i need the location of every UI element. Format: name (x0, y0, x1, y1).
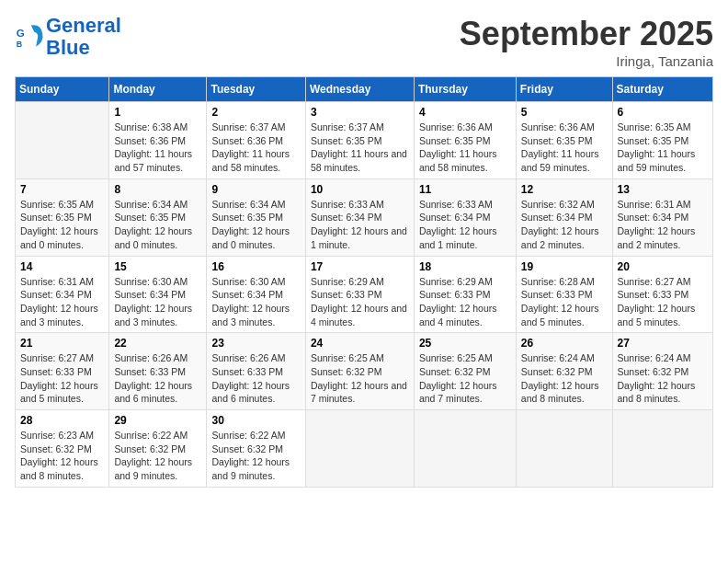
calendar-cell: 16Sunrise: 6:30 AMSunset: 6:34 PMDayligh… (207, 256, 305, 333)
calendar-cell (305, 410, 414, 488)
calendar-cell: 15Sunrise: 6:30 AMSunset: 6:34 PMDayligh… (109, 256, 207, 333)
svg-text:B: B (17, 40, 22, 49)
calendar-cell: 5Sunrise: 6:36 AMSunset: 6:35 PMDaylight… (516, 102, 612, 179)
day-info: Sunrise: 6:24 AMSunset: 6:32 PMDaylight:… (618, 351, 709, 406)
day-header-wednesday: Wednesday (305, 77, 414, 102)
day-number: 13 (618, 183, 709, 196)
day-info: Sunrise: 6:32 AMSunset: 6:34 PMDaylight:… (521, 198, 608, 252)
day-info: Sunrise: 6:34 AMSunset: 6:35 PMDaylight:… (114, 198, 201, 252)
calendar-cell (516, 410, 612, 488)
day-number: 18 (419, 260, 511, 273)
calendar-cell: 19Sunrise: 6:28 AMSunset: 6:33 PMDayligh… (516, 256, 612, 333)
day-number: 2 (211, 106, 300, 119)
calendar-table: SundayMondayTuesdayWednesdayThursdayFrid… (15, 76, 713, 488)
day-info: Sunrise: 6:35 AMSunset: 6:35 PMDaylight:… (618, 121, 709, 175)
day-number: 8 (114, 183, 201, 196)
day-number: 24 (311, 337, 409, 350)
calendar-cell: 24Sunrise: 6:25 AMSunset: 6:32 PMDayligh… (305, 333, 414, 410)
page-header: G B GeneralBlue September 2025 Iringa, T… (15, 15, 713, 69)
day-info: Sunrise: 6:22 AMSunset: 6:32 PMDaylight:… (211, 429, 300, 483)
day-number: 23 (211, 337, 300, 350)
week-row-3: 14Sunrise: 6:31 AMSunset: 6:34 PMDayligh… (16, 256, 713, 333)
logo-icon: G B (15, 22, 44, 52)
day-number: 25 (419, 337, 511, 350)
day-info: Sunrise: 6:25 AMSunset: 6:32 PMDaylight:… (311, 351, 409, 406)
calendar-cell: 2Sunrise: 6:37 AMSunset: 6:36 PMDaylight… (207, 102, 305, 179)
calendar-cell: 1Sunrise: 6:38 AMSunset: 6:36 PMDaylight… (109, 102, 207, 179)
calendar-cell: 21Sunrise: 6:27 AMSunset: 6:33 PMDayligh… (16, 333, 109, 410)
header-row: SundayMondayTuesdayWednesdayThursdayFrid… (16, 77, 713, 102)
calendar-cell (612, 410, 713, 488)
week-row-4: 21Sunrise: 6:27 AMSunset: 6:33 PMDayligh… (16, 333, 713, 410)
day-info: Sunrise: 6:23 AMSunset: 6:32 PMDaylight:… (20, 429, 104, 483)
calendar-cell: 29Sunrise: 6:22 AMSunset: 6:32 PMDayligh… (109, 410, 207, 488)
week-row-2: 7Sunrise: 6:35 AMSunset: 6:35 PMDaylight… (16, 178, 713, 256)
calendar-cell: 17Sunrise: 6:29 AMSunset: 6:33 PMDayligh… (305, 256, 414, 333)
day-info: Sunrise: 6:26 AMSunset: 6:33 PMDaylight:… (114, 351, 201, 406)
calendar-cell: 30Sunrise: 6:22 AMSunset: 6:32 PMDayligh… (207, 410, 305, 488)
day-info: Sunrise: 6:31 AMSunset: 6:34 PMDaylight:… (20, 275, 104, 329)
day-info: Sunrise: 6:25 AMSunset: 6:32 PMDaylight:… (419, 351, 511, 406)
day-number: 29 (114, 414, 201, 427)
day-info: Sunrise: 6:22 AMSunset: 6:32 PMDaylight:… (114, 429, 201, 483)
calendar-cell (414, 410, 516, 488)
day-number: 4 (419, 106, 511, 119)
month-title: September 2025 (460, 15, 713, 53)
location-subtitle: Iringa, Tanzania (460, 53, 713, 69)
day-header-friday: Friday (516, 77, 612, 102)
day-number: 12 (521, 183, 608, 196)
calendar-cell: 26Sunrise: 6:24 AMSunset: 6:32 PMDayligh… (516, 333, 612, 410)
day-info: Sunrise: 6:30 AMSunset: 6:34 PMDaylight:… (211, 275, 300, 329)
day-number: 28 (20, 414, 104, 427)
day-info: Sunrise: 6:24 AMSunset: 6:32 PMDaylight:… (521, 351, 608, 406)
day-info: Sunrise: 6:36 AMSunset: 6:35 PMDaylight:… (521, 121, 608, 175)
day-info: Sunrise: 6:30 AMSunset: 6:34 PMDaylight:… (114, 275, 201, 329)
day-info: Sunrise: 6:31 AMSunset: 6:34 PMDaylight:… (618, 198, 709, 252)
day-info: Sunrise: 6:36 AMSunset: 6:35 PMDaylight:… (419, 121, 511, 175)
calendar-cell: 10Sunrise: 6:33 AMSunset: 6:34 PMDayligh… (305, 178, 414, 256)
day-number: 3 (311, 106, 409, 119)
day-number: 27 (618, 337, 709, 350)
day-header-thursday: Thursday (414, 77, 516, 102)
calendar-cell: 13Sunrise: 6:31 AMSunset: 6:34 PMDayligh… (612, 178, 713, 256)
day-number: 7 (20, 183, 104, 196)
svg-text:G: G (17, 28, 25, 39)
calendar-cell: 3Sunrise: 6:37 AMSunset: 6:35 PMDaylight… (305, 102, 414, 179)
day-number: 15 (114, 260, 201, 273)
day-info: Sunrise: 6:29 AMSunset: 6:33 PMDaylight:… (311, 275, 409, 329)
calendar-cell: 14Sunrise: 6:31 AMSunset: 6:34 PMDayligh… (16, 256, 109, 333)
day-number: 19 (521, 260, 608, 273)
calendar-cell: 8Sunrise: 6:34 AMSunset: 6:35 PMDaylight… (109, 178, 207, 256)
day-number: 5 (521, 106, 608, 119)
calendar-cell: 25Sunrise: 6:25 AMSunset: 6:32 PMDayligh… (414, 333, 516, 410)
week-row-1: 1Sunrise: 6:38 AMSunset: 6:36 PMDaylight… (16, 102, 713, 179)
title-block: September 2025 Iringa, Tanzania (460, 15, 713, 69)
day-number: 17 (311, 260, 409, 273)
day-header-saturday: Saturday (612, 77, 713, 102)
calendar-cell: 12Sunrise: 6:32 AMSunset: 6:34 PMDayligh… (516, 178, 612, 256)
calendar-cell: 23Sunrise: 6:26 AMSunset: 6:33 PMDayligh… (207, 333, 305, 410)
calendar-cell: 18Sunrise: 6:29 AMSunset: 6:33 PMDayligh… (414, 256, 516, 333)
day-number: 26 (521, 337, 608, 350)
calendar-cell: 27Sunrise: 6:24 AMSunset: 6:32 PMDayligh… (612, 333, 713, 410)
day-info: Sunrise: 6:27 AMSunset: 6:33 PMDaylight:… (20, 351, 104, 406)
calendar-cell: 4Sunrise: 6:36 AMSunset: 6:35 PMDaylight… (414, 102, 516, 179)
day-number: 20 (618, 260, 709, 273)
day-info: Sunrise: 6:38 AMSunset: 6:36 PMDaylight:… (114, 121, 201, 175)
calendar-cell: 22Sunrise: 6:26 AMSunset: 6:33 PMDayligh… (109, 333, 207, 410)
day-number: 10 (311, 183, 409, 196)
day-info: Sunrise: 6:33 AMSunset: 6:34 PMDaylight:… (419, 198, 511, 252)
day-number: 6 (618, 106, 709, 119)
logo: G B GeneralBlue (15, 15, 121, 59)
day-info: Sunrise: 6:28 AMSunset: 6:33 PMDaylight:… (521, 275, 608, 329)
logo-text: GeneralBlue (46, 15, 121, 59)
day-number: 22 (114, 337, 201, 350)
day-number: 16 (211, 260, 300, 273)
day-info: Sunrise: 6:37 AMSunset: 6:35 PMDaylight:… (311, 121, 409, 175)
calendar-cell: 20Sunrise: 6:27 AMSunset: 6:33 PMDayligh… (612, 256, 713, 333)
calendar-cell: 7Sunrise: 6:35 AMSunset: 6:35 PMDaylight… (16, 178, 109, 256)
day-info: Sunrise: 6:27 AMSunset: 6:33 PMDaylight:… (618, 275, 709, 329)
calendar-cell (16, 102, 109, 179)
day-number: 1 (114, 106, 201, 119)
day-number: 21 (20, 337, 104, 350)
